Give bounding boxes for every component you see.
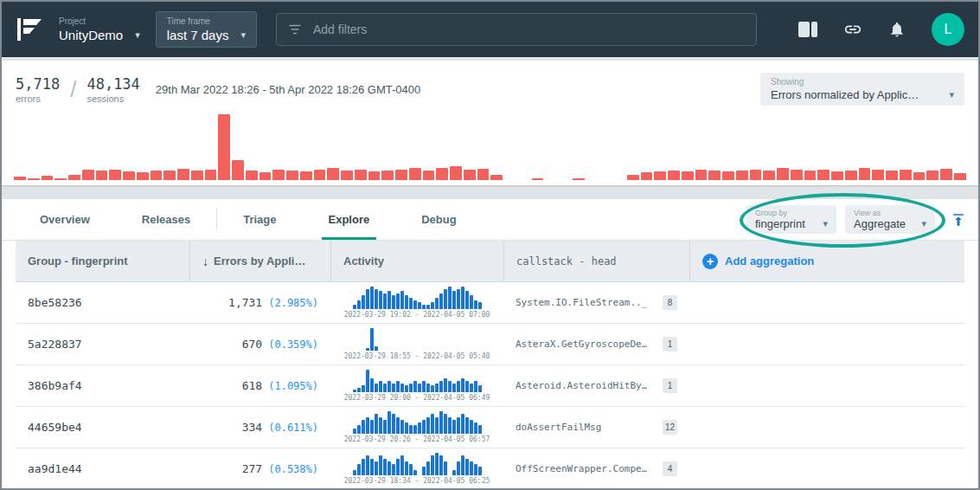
histogram-bar[interactable] bbox=[28, 178, 40, 180]
histogram-bar[interactable] bbox=[859, 168, 871, 180]
histogram-bar[interactable] bbox=[68, 175, 80, 180]
histogram-bar[interactable] bbox=[940, 169, 952, 180]
histogram-bar[interactable] bbox=[259, 172, 272, 180]
table-row[interactable]: 8be582361,731(2.985%)2022-03-29 19:02 - … bbox=[16, 282, 964, 324]
histogram-bar[interactable] bbox=[246, 171, 258, 180]
callstack-count-badge: 12 bbox=[663, 420, 677, 435]
histogram-bar[interactable] bbox=[682, 171, 694, 180]
histogram-bar[interactable] bbox=[872, 170, 884, 180]
error-count: 1,731 bbox=[228, 296, 262, 309]
histogram-bar[interactable] bbox=[695, 170, 708, 180]
histogram-bar[interactable] bbox=[926, 171, 938, 180]
histogram-bar[interactable] bbox=[532, 178, 544, 180]
col-header-callstack[interactable]: callstack - head bbox=[503, 241, 689, 281]
link-icon[interactable] bbox=[843, 20, 862, 39]
histogram-bar[interactable] bbox=[232, 160, 244, 180]
table-row[interactable]: 5a228837670(0.359%)2022-03-29 18:55 - 20… bbox=[16, 324, 964, 365]
histogram-bar[interactable] bbox=[750, 170, 762, 180]
histogram-bar[interactable] bbox=[409, 168, 421, 180]
histogram-bar[interactable] bbox=[381, 171, 394, 180]
histogram-bar[interactable] bbox=[368, 171, 381, 180]
fingerprint-cell[interactable]: 8be58236 bbox=[16, 282, 189, 323]
histogram-bar[interactable] bbox=[845, 171, 857, 180]
col-header-fingerprint[interactable]: Group - fingerprint bbox=[16, 241, 189, 281]
histogram-bar[interactable] bbox=[177, 169, 189, 180]
histogram-bar[interactable] bbox=[777, 168, 789, 180]
filters-input[interactable] bbox=[311, 22, 746, 37]
histogram-bar[interactable] bbox=[96, 171, 108, 180]
user-avatar[interactable]: L bbox=[932, 13, 964, 46]
histogram-bar[interactable] bbox=[109, 170, 121, 180]
histogram-bar[interactable] bbox=[272, 170, 285, 180]
histogram-bar[interactable] bbox=[314, 170, 326, 180]
histogram-bar[interactable] bbox=[477, 169, 490, 180]
histogram-bar[interactable] bbox=[163, 171, 176, 180]
project-selector[interactable]: Project UnityDemo ▾ bbox=[59, 16, 140, 42]
histogram-bar[interactable] bbox=[341, 171, 353, 180]
histogram-bar[interactable] bbox=[791, 170, 803, 180]
tab-releases[interactable]: Releases bbox=[116, 199, 216, 240]
histogram-bar[interactable] bbox=[82, 170, 94, 180]
histogram-bar[interactable] bbox=[218, 114, 230, 180]
histogram-bar[interactable] bbox=[327, 168, 339, 180]
col-header-errors[interactable]: ↓ Errors by Appli… bbox=[189, 241, 330, 281]
histogram-bar[interactable] bbox=[490, 175, 503, 180]
histogram-bar[interactable] bbox=[804, 171, 817, 180]
histogram-bar[interactable] bbox=[137, 172, 149, 180]
histogram-bar[interactable] bbox=[573, 178, 585, 180]
tab-triage[interactable]: Triage bbox=[217, 199, 302, 240]
table-row[interactable]: 44659be4334(0.611%)2022-03-29 20:26 - 20… bbox=[16, 407, 964, 448]
histogram-bar[interactable] bbox=[913, 172, 926, 180]
timeframe-selector[interactable]: Time frame last 7 days ▾ bbox=[156, 11, 257, 48]
tab-explore[interactable]: Explore bbox=[303, 199, 396, 240]
histogram-bar[interactable] bbox=[191, 171, 203, 180]
histogram-bar[interactable] bbox=[42, 176, 54, 180]
histogram-bar[interactable] bbox=[436, 168, 448, 180]
histogram-bar[interactable] bbox=[708, 171, 721, 180]
errors-cell: 670(0.359%) bbox=[189, 324, 330, 364]
notifications-bell-icon[interactable] bbox=[888, 21, 906, 38]
fingerprint-cell[interactable]: aa9d1e44 bbox=[16, 448, 189, 489]
histogram-bar[interactable] bbox=[886, 171, 898, 180]
fingerprint-cell[interactable]: 386b9af4 bbox=[16, 365, 189, 406]
histogram-bar[interactable] bbox=[954, 173, 966, 180]
tab-overview[interactable]: Overview bbox=[14, 199, 116, 240]
histogram-bar[interactable] bbox=[763, 171, 775, 180]
showing-selector[interactable]: Showing Errors normalized by Applic… ▾ bbox=[760, 73, 964, 106]
dashboard-layout-icon[interactable] bbox=[798, 22, 817, 37]
sparkline-bar bbox=[452, 291, 456, 309]
histogram-bar[interactable] bbox=[817, 170, 829, 180]
histogram-bar[interactable] bbox=[722, 171, 734, 180]
histogram-bar[interactable] bbox=[205, 170, 217, 180]
histogram-bar[interactable] bbox=[423, 171, 435, 180]
group-by-selector[interactable]: Group by fingerprint ▾ bbox=[746, 205, 836, 234]
add-aggregation-button[interactable]: + Add aggregation bbox=[702, 254, 814, 269]
view-as-selector[interactable]: View as Aggregate ▾ bbox=[845, 205, 935, 234]
histogram-bar[interactable] bbox=[355, 170, 367, 180]
histogram-bar[interactable] bbox=[900, 170, 912, 180]
histogram-bar[interactable] bbox=[668, 171, 680, 180]
histogram-bar[interactable] bbox=[627, 175, 639, 180]
histogram-bar[interactable] bbox=[641, 172, 653, 180]
table-row[interactable]: 386b9af4618(1.095%)2022-03-29 20:00 - 20… bbox=[16, 365, 964, 407]
fingerprint-cell[interactable]: 44659be4 bbox=[16, 407, 189, 448]
histogram-bar[interactable] bbox=[450, 166, 462, 180]
histogram-bar[interactable] bbox=[736, 171, 748, 180]
fingerprint-cell[interactable]: 5a228837 bbox=[16, 324, 189, 364]
sort-desc-icon[interactable]: ↓ bbox=[202, 255, 208, 268]
table-row[interactable]: aa9d1e44277(0.538%)2022-03-29 18:34 - 20… bbox=[16, 448, 964, 490]
align-top-icon[interactable] bbox=[951, 212, 966, 228]
tab-debug[interactable]: Debug bbox=[395, 199, 482, 240]
histogram-bar[interactable] bbox=[14, 177, 26, 180]
histogram-bar[interactable] bbox=[300, 171, 312, 180]
histogram-bar[interactable] bbox=[831, 171, 843, 180]
histogram-bar[interactable] bbox=[464, 170, 476, 180]
histogram-bar[interactable] bbox=[54, 178, 67, 180]
histogram-bar[interactable] bbox=[395, 170, 407, 180]
backtrace-logo[interactable] bbox=[16, 17, 43, 42]
col-header-activity[interactable]: Activity bbox=[330, 241, 503, 281]
histogram-bar[interactable] bbox=[151, 171, 163, 180]
histogram-bar[interactable] bbox=[654, 171, 666, 180]
histogram-bar[interactable] bbox=[123, 171, 135, 180]
histogram-bar[interactable] bbox=[286, 171, 298, 180]
